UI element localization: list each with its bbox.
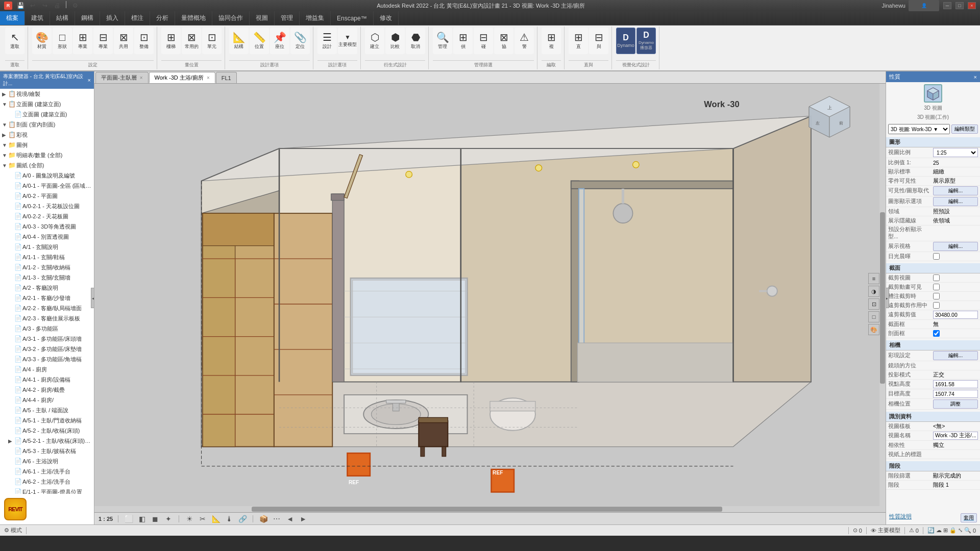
- tree-item-a01[interactable]: 📄 A/0-1 - 平面圖-全區 (區域說明): [0, 181, 94, 191]
- common-tool[interactable]: ⊠常用的: [182, 28, 201, 54]
- right-panel-collapse-btn[interactable]: ▶: [886, 288, 889, 308]
- vp-ctrl-render[interactable]: 🎨: [868, 324, 879, 335]
- tree-item-a32[interactable]: 📄 A/3-2 - 多功能區/床墊墻: [0, 344, 94, 354]
- tree-item-a21[interactable]: 📄 A/2-1 - 客廳/沙發墻: [0, 293, 94, 303]
- tree-item-a31[interactable]: 📄 A/3-1 - 多功能區/床頭墻: [0, 334, 94, 344]
- minimize-btn[interactable]: ─: [943, 2, 951, 9]
- status-resize-icon[interactable]: ⤡: [958, 527, 963, 534]
- ribbon-tab-steel[interactable]: 鋼構: [75, 11, 100, 25]
- shared-tool[interactable]: ⊠共用: [114, 28, 133, 54]
- tree-item-a11[interactable]: 📄 A/1-1 - 玄關/鞋槅: [0, 252, 94, 262]
- tree-item-section[interactable]: ▼ 📋 剖面 (室內剖面): [0, 119, 94, 130]
- ribbon-tab-enscape[interactable]: Enscape™: [331, 11, 374, 25]
- tree-item-a1[interactable]: 📄 A/1 - 玄關說明: [0, 242, 94, 252]
- viewport-scrollbar-horizontal[interactable]: [94, 506, 879, 512]
- toggle-elevation[interactable]: ▼: [2, 101, 8, 108]
- toggle-views[interactable]: ▶: [2, 90, 8, 98]
- vp-btn-arrow-right[interactable]: ►: [298, 514, 308, 523]
- tree-item-a02[interactable]: 📄 A/0-2 - 平面圖: [0, 191, 94, 201]
- manage-filter-tool[interactable]: 🔍管理: [433, 28, 452, 54]
- vp-btn-raytrace[interactable]: ✦: [163, 514, 174, 523]
- material-tool[interactable]: 🎨材質: [32, 28, 52, 54]
- stairs-tool[interactable]: ⊞樓梯: [161, 28, 181, 54]
- status-warnings[interactable]: ⚠ 0: [909, 527, 919, 534]
- props-scale-input[interactable]: 1:25: [933, 148, 978, 157]
- tree-item-a2[interactable]: 📄 A/2 - 客廳說明: [0, 283, 94, 293]
- extract-tool[interactable]: ⊞複: [542, 28, 561, 54]
- qa-settings[interactable]: ⚙: [70, 1, 80, 10]
- props-view-selector-dropdown[interactable]: 3D 視圖: Work-3D ▼: [888, 124, 950, 134]
- maximize-btn[interactable]: □: [955, 2, 964, 9]
- props-section-camera[interactable]: 相機: [886, 340, 980, 350]
- render-settings-btn[interactable]: 編輯...: [933, 351, 978, 360]
- tree-item-a53[interactable]: 📄 A/5-3 - 主臥/披槅衣槅: [0, 446, 94, 456]
- solar-checkbox[interactable]: [933, 253, 940, 260]
- tree-item-a022[interactable]: 📄 A/0-2-2 - 天花板圖: [0, 211, 94, 221]
- ribbon-tab-collaborate[interactable]: 協同合作: [212, 11, 250, 25]
- vp-btn-link[interactable]: 🔗: [237, 514, 248, 523]
- viewport-scrollbar-vertical[interactable]: [879, 84, 886, 512]
- struct-tool[interactable]: 📐結構: [229, 28, 249, 54]
- properties-close-icon[interactable]: ×: [974, 74, 977, 80]
- dynamo-player-tool[interactable]: D Dynamo播放器: [636, 28, 656, 54]
- tree-item-a4[interactable]: 📄 A/4 - 廚房: [0, 364, 94, 374]
- crop-view-checkbox[interactable]: [933, 274, 940, 281]
- tree-item-legend[interactable]: ▼ 📁 圖例: [0, 140, 94, 150]
- tab-3d-work[interactable]: Work -3D 主浴/廁所 ×: [149, 72, 215, 83]
- tree-item-a3[interactable]: 📄 A/3 - 多功能區: [0, 323, 94, 334]
- grids-btn[interactable]: 編輯...: [933, 242, 978, 251]
- tree-item-a13[interactable]: 📄 A/1-3 - 玄關/玄關墻: [0, 272, 94, 283]
- toggle-a521[interactable]: ▶: [8, 437, 14, 445]
- pro2-tool[interactable]: ⊟專業: [93, 28, 113, 54]
- tree-item-color[interactable]: ▶ 📋 彩視: [0, 130, 94, 140]
- tree-item-a42[interactable]: 📄 A/4-2 - 廚房/截疊: [0, 385, 94, 395]
- ribbon-tab-view[interactable]: 視圖: [250, 11, 275, 25]
- left-panel-collapse-btn[interactable]: ◀: [91, 288, 94, 308]
- cancel-tool[interactable]: ⬣取消: [406, 28, 425, 54]
- vp-btn-model[interactable]: 📦: [258, 514, 268, 523]
- props-section-graphics[interactable]: 圖形: [886, 137, 980, 147]
- vp-btn-shadows[interactable]: ☀: [184, 514, 194, 523]
- section-box-checkbox[interactable]: [933, 330, 940, 337]
- ribbon-tab-architecture[interactable]: 檔案: [0, 11, 25, 25]
- view-name-input[interactable]: [933, 432, 978, 440]
- vp-ctrl-hidden[interactable]: □: [868, 311, 879, 322]
- tree-item-views[interactable]: ▶ 📋 視境/繪製: [0, 89, 94, 99]
- tab-fl1[interactable]: FL1: [216, 72, 237, 83]
- qa-undo[interactable]: ↩: [28, 1, 38, 10]
- vp-ctrl-shadows[interactable]: ◑: [868, 286, 879, 297]
- target-height-input[interactable]: [933, 390, 978, 398]
- status-cloud-icon[interactable]: ☁: [936, 527, 942, 534]
- vp-btn-pointcloud[interactable]: ⋯: [272, 514, 282, 523]
- with-tool[interactable]: ⊟與: [589, 28, 608, 54]
- vp-btn-realistic[interactable]: ◼: [150, 514, 160, 523]
- tab-floor-plan[interactable]: 平面圖-主臥層 ×: [95, 72, 149, 83]
- tree-item-a0[interactable]: 📄 A/0 - 圖集說明及編號: [0, 170, 94, 181]
- camera-pos-btn[interactable]: 調整: [933, 399, 978, 409]
- props-section-phase[interactable]: 階段: [886, 461, 980, 471]
- compare-tool[interactable]: ⬢比較: [385, 28, 405, 54]
- tab-floor-plan-close[interactable]: ×: [140, 75, 143, 81]
- ribbon-tab-massing[interactable]: 量體概地: [175, 11, 212, 25]
- vp-btn-arrow[interactable]: ◄: [285, 514, 295, 523]
- scroll-thumb-h[interactable]: [252, 507, 723, 512]
- user-avatar[interactable]: 👤: [909, 0, 939, 11]
- tree-item-a51[interactable]: 📄 A/5-1 - 主臥/門道收納槅: [0, 415, 94, 425]
- tree-item-a12[interactable]: 📄 A/1-2 - 玄關/收納槅: [0, 262, 94, 272]
- tree-item-a03[interactable]: 📄 A/0-3 - 3D等角透視圖: [0, 221, 94, 232]
- anno-crop-checkbox[interactable]: [933, 293, 940, 299]
- props-section-identity[interactable]: 識別資料: [886, 412, 980, 422]
- viewport[interactable]: REF REF Work -30 ≡ ◑: [94, 84, 886, 524]
- shape-tool[interactable]: □形狀: [53, 28, 72, 54]
- eye-height-input[interactable]: [933, 380, 978, 388]
- collision-tool[interactable]: ⊟碰: [474, 28, 493, 54]
- browser-content[interactable]: ▶ 📋 視境/繪製 ▼ 📋 立面圖 (建築立面) 📄 立面圖 (建築立面) ▼ …: [0, 89, 94, 524]
- far-clip-active-checkbox[interactable]: [933, 302, 940, 309]
- seat-tool[interactable]: 📌座位: [270, 28, 289, 54]
- tree-item-a41[interactable]: 📄 A/4-1 - 廚房/設備槅: [0, 374, 94, 385]
- viewcube-svg[interactable]: 上 左 前: [806, 94, 852, 140]
- browser-close-icon[interactable]: ×: [88, 77, 91, 83]
- gd-btn[interactable]: 編輯...: [933, 197, 978, 206]
- vp-ctrl-thin-lines[interactable]: ≡: [868, 273, 879, 284]
- qa-redo[interactable]: ↪: [40, 1, 50, 10]
